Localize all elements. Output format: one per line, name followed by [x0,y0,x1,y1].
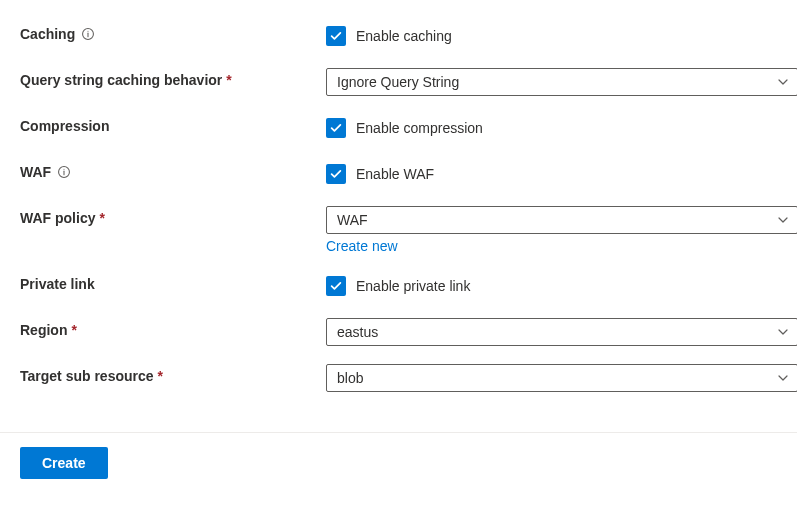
waf-policy-select[interactable]: WAF [326,206,797,234]
chevron-down-icon [777,76,789,88]
required-marker: * [71,322,76,338]
enable-private-link-label: Enable private link [356,278,470,294]
query-string-caching-label: Query string caching behavior [20,72,222,88]
chevron-down-icon [777,214,789,226]
info-icon[interactable] [81,27,95,41]
enable-caching-label: Enable caching [356,28,452,44]
region-select[interactable]: eastus [326,318,797,346]
private-link-label: Private link [20,276,95,292]
query-string-caching-value: Ignore Query String [337,74,459,90]
required-marker: * [99,210,104,226]
enable-compression-label: Enable compression [356,120,483,136]
waf-label: WAF [20,164,51,180]
caching-label: Caching [20,26,75,42]
compression-label: Compression [20,118,109,134]
enable-waf-label: Enable WAF [356,166,434,182]
enable-compression-checkbox[interactable] [326,118,346,138]
target-sub-resource-value: blob [337,370,363,386]
chevron-down-icon [777,372,789,384]
svg-point-2 [88,31,89,32]
svg-point-5 [64,169,65,170]
target-sub-resource-select[interactable]: blob [326,364,797,392]
chevron-down-icon [777,326,789,338]
enable-waf-checkbox[interactable] [326,164,346,184]
enable-private-link-checkbox[interactable] [326,276,346,296]
query-string-caching-select[interactable]: Ignore Query String [326,68,797,96]
info-icon[interactable] [57,165,71,179]
required-marker: * [226,72,231,88]
create-new-link[interactable]: Create new [326,238,398,254]
enable-caching-checkbox[interactable] [326,26,346,46]
region-value: eastus [337,324,378,340]
waf-policy-label: WAF policy [20,210,95,226]
required-marker: * [158,368,163,384]
target-sub-resource-label: Target sub resource [20,368,154,384]
region-label: Region [20,322,67,338]
waf-policy-value: WAF [337,212,368,228]
create-button[interactable]: Create [20,447,108,479]
